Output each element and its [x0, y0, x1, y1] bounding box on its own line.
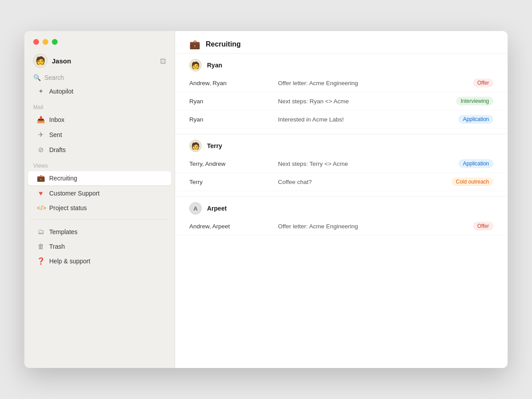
recruiting-label: Recruiting — [49, 175, 77, 182]
contact-header-terry: 🧑 Terry — [175, 134, 508, 155]
avatar-terry: 🧑 — [189, 140, 202, 152]
minimize-button[interactable] — [43, 39, 48, 45]
titlebar — [24, 31, 175, 49]
user-name: Jason — [52, 57, 71, 65]
email-subject: Next steps: Terry <> Acme — [278, 160, 458, 167]
app-window: 🧑 Jason ⊡ 🔍 Search ✦ Autopilot Mail 📥 In… — [24, 31, 508, 368]
email-row[interactable]: Terry, Andrew Next steps: Terry <> Acme … — [175, 155, 508, 173]
email-from: Ryan — [189, 98, 278, 105]
contact-name-arpeet: Arpeet — [207, 205, 227, 212]
avatar-arpeet: A — [189, 202, 202, 215]
view-header: 💼 Recruiting — [175, 31, 508, 53]
help-label: Help & support — [49, 258, 90, 265]
sidebar-item-inbox[interactable]: 📥 Inbox — [28, 113, 171, 127]
inbox-icon: 📥 — [37, 116, 45, 124]
email-tag: Offer — [473, 78, 493, 87]
user-info: 🧑 Jason — [33, 54, 71, 68]
close-button[interactable] — [33, 39, 39, 45]
email-row[interactable]: Andrew, Arpeet Offer letter: Acme Engine… — [175, 217, 508, 235]
user-row: 🧑 Jason ⊡ — [24, 49, 175, 71]
email-subject: Offer letter: Acme Engineering — [278, 80, 473, 86]
autopilot-label: Autopilot — [49, 88, 73, 95]
trash-icon: 🗑 — [37, 243, 45, 250]
email-row[interactable]: Andrew, Ryan Offer letter: Acme Engineer… — [175, 74, 508, 92]
autopilot-icon: ✦ — [37, 87, 45, 95]
views-section-label: Views — [24, 157, 175, 171]
email-row[interactable]: Terry Coffee chat? Cold outreach — [175, 173, 508, 191]
templates-label: Templates — [49, 228, 78, 235]
search-icon: 🔍 — [33, 74, 41, 81]
sidebar-item-autopilot[interactable]: ✦ Autopilot — [28, 84, 171, 98]
project-status-label: Project status — [49, 204, 87, 211]
email-from: Ryan — [189, 116, 278, 123]
contact-name-ryan: Ryan — [207, 62, 222, 69]
email-row[interactable]: Ryan Next steps: Ryan <> Acme Interviewi… — [175, 92, 508, 110]
sidebar-item-drafts[interactable]: ⊘ Drafts — [28, 143, 171, 157]
sidebar-item-project-status[interactable]: </> Project status — [28, 201, 171, 215]
trash-label: Trash — [49, 243, 65, 250]
email-subject: Interested in Acme Labs! — [278, 116, 458, 123]
group-ryan: 🧑 Ryan Andrew, Ryan Offer letter: Acme E… — [175, 53, 508, 129]
sidebar-divider — [31, 219, 168, 220]
mail-section-label: Mail — [24, 99, 175, 112]
email-tag: Cold outreach — [451, 177, 493, 186]
view-header-icon: 💼 — [189, 39, 200, 50]
sidebar-item-trash[interactable]: 🗑 Trash — [28, 239, 171, 253]
help-icon: ❓ — [37, 257, 45, 265]
inbox-label: Inbox — [49, 116, 64, 123]
templates-icon: 🗂 — [37, 228, 45, 235]
email-tag: Offer — [473, 222, 493, 231]
briefcase-icon: 💼 — [37, 174, 45, 182]
avatar-ryan: 🧑 — [189, 59, 202, 71]
spacer — [175, 129, 508, 134]
email-row[interactable]: Ryan Interested in Acme Labs! Applicatio… — [175, 110, 508, 129]
contact-name-terry: Terry — [207, 142, 222, 149]
sidebar-item-customer-support[interactable]: ♥ Customer Support — [28, 186, 171, 200]
email-subject: Offer letter: Acme Engineering — [278, 223, 473, 230]
search-label: Search — [44, 74, 64, 81]
email-subject: Next steps: Ryan <> Acme — [278, 98, 456, 105]
email-tag: Application — [458, 115, 493, 124]
compose-icon[interactable]: ⊡ — [160, 57, 166, 65]
email-from: Terry — [189, 179, 278, 185]
sent-icon: ✈ — [37, 131, 45, 139]
heart-icon: ♥ — [37, 189, 45, 197]
sidebar: 🧑 Jason ⊡ 🔍 Search ✦ Autopilot Mail 📥 In… — [24, 31, 175, 368]
group-terry: 🧑 Terry Terry, Andrew Next steps: Terry … — [175, 134, 508, 191]
contact-header-ryan: 🧑 Ryan — [175, 53, 508, 74]
contact-header-arpeet: A Arpeet — [175, 196, 508, 217]
email-tag: Interviewing — [456, 97, 493, 106]
email-from: Terry, Andrew — [189, 160, 278, 167]
email-tag: Application — [458, 159, 493, 168]
group-arpeet: A Arpeet Andrew, Arpeet Offer letter: Ac… — [175, 196, 508, 235]
email-from: Andrew, Ryan — [189, 80, 278, 86]
drafts-icon: ⊘ — [37, 146, 45, 154]
email-from: Andrew, Arpeet — [189, 223, 278, 230]
sidebar-item-sent[interactable]: ✈ Sent — [28, 128, 171, 142]
search-button[interactable]: 🔍 Search — [24, 71, 175, 84]
maximize-button[interactable] — [52, 39, 58, 45]
sidebar-item-help[interactable]: ❓ Help & support — [28, 254, 171, 268]
spacer — [175, 191, 508, 196]
main-content: 💼 Recruiting 🧑 Ryan Andrew, Ryan Offer l… — [175, 31, 508, 368]
sidebar-item-templates[interactable]: 🗂 Templates — [28, 225, 171, 239]
sent-label: Sent — [49, 131, 62, 138]
email-subject: Coffee chat? — [278, 179, 451, 185]
avatar: 🧑 — [33, 54, 47, 68]
view-title: Recruiting — [206, 40, 241, 48]
code-icon: </> — [37, 204, 45, 211]
drafts-label: Drafts — [49, 146, 66, 153]
sidebar-item-recruiting[interactable]: 💼 Recruiting — [28, 171, 171, 185]
customer-support-label: Customer Support — [49, 190, 100, 197]
